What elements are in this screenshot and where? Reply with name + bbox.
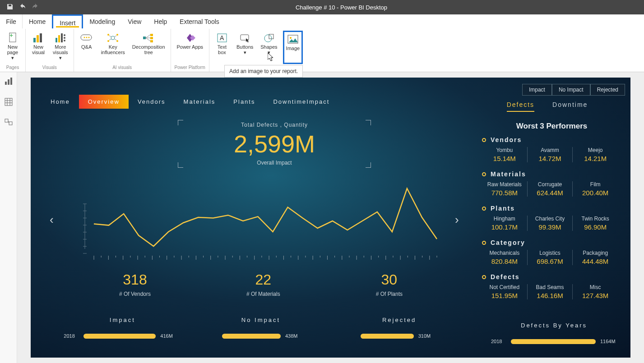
file-tab[interactable]: File — [0, 14, 23, 28]
stat-vendors: 318# Of Vendors — [119, 271, 151, 297]
text-box-icon: A — [217, 32, 227, 44]
svg-point-17 — [116, 34, 118, 36]
nav-downtime[interactable]: DowntimeImpact — [264, 95, 338, 109]
menu-tab-modeling[interactable]: Modeling — [83, 14, 121, 28]
report-nav: Home Overview Vendors Materials Plants D… — [42, 95, 338, 109]
svg-point-10 — [64, 40, 65, 41]
report-canvas: Impact No Impact Rejected Home Overview … — [17, 72, 644, 363]
window-title: Challenge # 10 - Power BI Desktop — [39, 4, 644, 11]
stat-materials: 22# Of Materials — [246, 271, 280, 297]
svg-point-19 — [116, 40, 118, 42]
performer-cell: Misc127.43M — [572, 284, 618, 299]
decomposition-tree-button[interactable]: Decomposition tree — [130, 31, 167, 64]
report-view-icon[interactable] — [3, 76, 14, 87]
menu-tabs: File Home Insert Modeling View Help Exte… — [0, 14, 644, 29]
qna-button[interactable]: Q&A — [78, 31, 96, 64]
nav-materials[interactable]: Materials — [175, 95, 225, 109]
performer-cell: Meejo14.21M — [572, 147, 618, 162]
report-page: Impact No Impact Rejected Home Overview … — [31, 78, 630, 358]
redo-icon[interactable] — [32, 3, 39, 12]
title-bar: Challenge # 10 - Power BI Desktop — [0, 0, 644, 14]
nav-overview[interactable]: Overview — [79, 95, 129, 109]
svg-line-20 — [109, 36, 111, 37]
performers-panel: VendorsYombu15.14MAvamm14.72MMeejo14.21M… — [482, 136, 618, 308]
buttons-button[interactable]: Buttons▾ — [235, 31, 255, 64]
svg-line-30 — [146, 38, 150, 41]
bar-no-impact: No Impact 438M — [202, 317, 320, 343]
model-view-icon[interactable] — [3, 117, 14, 128]
qna-icon — [80, 32, 93, 44]
line-chart[interactable] — [67, 177, 450, 267]
menu-tab-external-tools[interactable]: External Tools — [173, 14, 226, 28]
performer-cell: Logistics698.67M — [527, 250, 573, 265]
new-page-button[interactable]: + New page▾ — [4, 31, 22, 64]
menu-tab-insert[interactable]: Insert — [52, 14, 83, 28]
svg-line-28 — [146, 35, 150, 38]
group-label-ai: AI visuals — [112, 64, 132, 72]
svg-rect-3 — [37, 35, 39, 42]
group-label-power-platform: Power Platform — [175, 64, 205, 72]
new-visual-button[interactable]: New visual — [29, 31, 47, 64]
left-rail — [0, 72, 17, 363]
nav-home[interactable]: Home — [42, 95, 79, 109]
save-icon[interactable] — [6, 3, 14, 12]
nav-vendors[interactable]: Vendors — [129, 95, 175, 109]
bullet-icon — [482, 275, 486, 279]
kpi-card: Total Defects , Quantity 2,599M Overall … — [180, 122, 369, 166]
menu-tab-help[interactable]: Help — [148, 14, 173, 28]
performer-cell: Not Certified151.95M — [482, 284, 527, 299]
svg-point-8 — [64, 34, 65, 36]
performer-header: Defects — [482, 273, 618, 280]
svg-rect-6 — [58, 35, 60, 42]
page-plus-icon: + — [8, 32, 18, 44]
more-visuals-icon — [55, 32, 66, 44]
performer-cell: Avamm14.72M — [527, 147, 573, 162]
performer-group: PlantsHingham100.17MCharles City99.39MTw… — [482, 205, 618, 231]
svg-rect-5 — [56, 38, 57, 42]
bar-impact: Impact 2018416M — [64, 317, 181, 343]
svg-text:A: A — [220, 34, 224, 41]
svg-rect-40 — [10, 78, 12, 85]
performer-cell: Bad Seams146.16M — [527, 284, 573, 299]
buttons-icon — [240, 32, 250, 44]
prev-arrow-icon[interactable]: ‹ — [50, 213, 54, 227]
svg-rect-2 — [33, 38, 36, 42]
image-button[interactable]: Image — [283, 31, 303, 64]
no-impact-button[interactable]: No Impact — [552, 84, 590, 96]
performer-cell: Yombu15.14M — [482, 147, 527, 162]
svg-rect-41 — [5, 98, 12, 106]
svg-rect-7 — [61, 33, 63, 42]
performer-header: Materials — [482, 170, 618, 178]
group-label-pages: Pages — [6, 64, 19, 72]
key-influencers-button[interactable]: Key influencers — [99, 31, 127, 64]
tab-defects[interactable]: Defects — [507, 101, 534, 112]
undo-icon[interactable] — [19, 3, 26, 12]
svg-rect-47 — [9, 122, 12, 125]
data-view-icon[interactable] — [3, 96, 14, 107]
tab-downtime[interactable]: Downtime — [552, 101, 588, 112]
top-filter-buttons: Impact No Impact Rejected — [522, 84, 625, 96]
more-visuals-button[interactable]: More visuals▾ — [51, 31, 70, 64]
performer-group: MaterialsRaw Materials770.58MCorrugate62… — [482, 170, 618, 197]
next-arrow-icon[interactable]: › — [455, 213, 459, 227]
svg-rect-27 — [150, 40, 153, 42]
image-tooltip: Add an image to your report. — [224, 65, 303, 78]
menu-tab-home[interactable]: Home — [23, 14, 52, 28]
text-box-button[interactable]: A Text box — [213, 31, 231, 64]
power-apps-button[interactable]: Power Apps — [175, 31, 205, 64]
right-tabs: Defects Downtime — [482, 101, 612, 112]
rejected-button[interactable]: Rejected — [590, 84, 625, 96]
svg-point-14 — [88, 37, 89, 38]
performer-cell: Mechanicals820.84M — [482, 250, 527, 265]
bullet-icon — [482, 172, 486, 176]
svg-line-22 — [109, 39, 111, 40]
image-icon — [287, 33, 299, 46]
performer-cell: Packaging444.48M — [572, 250, 618, 265]
performer-cell: Hingham100.17M — [482, 216, 527, 231]
stat-plants: 30# Of Plants — [376, 271, 403, 297]
menu-tab-view[interactable]: View — [121, 14, 148, 28]
impact-button[interactable]: Impact — [522, 84, 552, 96]
nav-plants[interactable]: Plants — [224, 95, 264, 109]
svg-point-12 — [83, 37, 85, 38]
bullet-icon — [482, 241, 486, 245]
